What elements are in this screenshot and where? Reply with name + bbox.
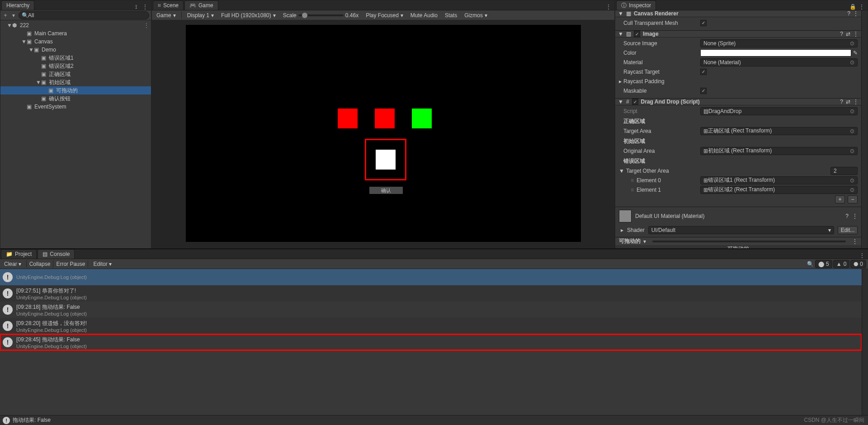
hierarchy-search-input[interactable]: 🔍 All bbox=[19, 11, 149, 19]
panel-menu-icon[interactable]: ⋮ bbox=[852, 238, 858, 245]
fold-icon[interactable]: ▸ bbox=[619, 78, 622, 85]
error-area-2[interactable] bbox=[375, 109, 395, 128]
console-log-entry[interactable]: !UnityEngine.Debug:Log (object) bbox=[0, 269, 862, 285]
scale-slider[interactable] bbox=[298, 14, 344, 16]
edit-shader-button[interactable]: Edit... bbox=[838, 226, 858, 234]
panel-menu-icon[interactable]: ⋮ bbox=[605, 4, 612, 10]
error-count-toggle[interactable]: ⬣0 bbox=[850, 260, 866, 268]
console-log-entry[interactable]: ![09:28:45] 拖动结果: FalseUnityEngine.Debug… bbox=[0, 334, 862, 350]
gizmos-dropdown[interactable]: Gizmos▾ bbox=[462, 12, 490, 19]
panel-menu-icon[interactable]: ⋮ bbox=[859, 252, 865, 259]
image-enabled-checkbox[interactable]: ✓ bbox=[634, 31, 640, 37]
help-icon[interactable]: ? bbox=[840, 31, 843, 37]
dropdown-icon[interactable]: ▾ bbox=[10, 12, 17, 19]
element0-field[interactable]: ⊞错误区域1 (Rect Transform)⊙ bbox=[700, 176, 858, 184]
panel-menu-icon[interactable]: ⋮ bbox=[859, 4, 865, 10]
warn-count-toggle[interactable]: ▲0 bbox=[833, 260, 850, 268]
preset-icon[interactable]: ⇄ bbox=[846, 31, 850, 37]
help-icon[interactable]: ? bbox=[840, 99, 843, 105]
cull-checkbox[interactable]: ✓ bbox=[700, 20, 707, 26]
error-area-1[interactable] bbox=[338, 109, 358, 128]
drag-handle-icon[interactable]: ≡ bbox=[631, 177, 634, 184]
scene-row[interactable]: ▼ ⬢ 222 ⋮ bbox=[0, 21, 151, 29]
scene-menu-icon[interactable]: ⋮ bbox=[144, 22, 149, 28]
node-err2[interactable]: ▣错误区域2 bbox=[0, 62, 151, 70]
editor-dropdown[interactable]: Editor▾ bbox=[91, 261, 113, 267]
tab-game[interactable]: 🎮Game bbox=[184, 0, 218, 10]
node-demo[interactable]: ▼▣Demo bbox=[0, 46, 151, 54]
node-draggable[interactable]: ▣可拖动的 bbox=[0, 86, 151, 94]
display-dropdown[interactable]: Display 1▾ bbox=[184, 12, 217, 19]
remove-element-button[interactable]: − bbox=[848, 195, 858, 203]
color-field[interactable] bbox=[700, 49, 851, 57]
fold-icon[interactable]: ▼ bbox=[619, 168, 624, 174]
add-element-button[interactable]: + bbox=[835, 195, 845, 203]
shader-dropdown[interactable]: UI/Default▾ bbox=[648, 226, 834, 234]
target-area-field[interactable]: ⊞正确区域 (Rect Transform)⊙ bbox=[700, 127, 858, 135]
maskable-checkbox[interactable]: ✓ bbox=[700, 88, 707, 94]
material-header[interactable]: Default UI Material (Material) ? ⋮ bbox=[615, 207, 861, 225]
draggable-item[interactable] bbox=[376, 150, 396, 170]
node-main-camera[interactable]: ▣Main Camera bbox=[0, 29, 151, 38]
drag-handle-icon[interactable]: ≡ bbox=[631, 187, 634, 193]
object-picker-icon[interactable]: ⊙ bbox=[850, 128, 854, 134]
object-picker-icon[interactable]: ⊙ bbox=[850, 59, 854, 66]
panel-menu-icon[interactable]: ⋮ bbox=[142, 4, 148, 10]
image-header[interactable]: ▼ ▨ ✓ Image ? ⇄ ⋮ bbox=[615, 30, 861, 38]
preview-slider[interactable] bbox=[652, 241, 846, 242]
game-mode-dropdown[interactable]: Game▾ bbox=[154, 12, 179, 19]
search-icon[interactable]: 🔍 bbox=[807, 261, 813, 267]
info-count-toggle[interactable]: ⬤5 bbox=[815, 260, 832, 268]
object-picker-icon[interactable]: ⊙ bbox=[850, 187, 854, 193]
correct-area[interactable] bbox=[412, 109, 432, 128]
element1-field[interactable]: ⊞错误区域2 (Rect Transform)⊙ bbox=[700, 186, 858, 194]
menu-icon[interactable]: ⋮ bbox=[852, 213, 858, 219]
canvas-renderer-header[interactable]: ▼ ▦ Canvas Renderer ? ⋮ bbox=[615, 10, 861, 17]
console-log-entry[interactable]: ![09:27:51] 恭喜你答对了!UnityEngine.Debug:Log… bbox=[0, 285, 862, 302]
fold-icon[interactable]: ▼ bbox=[618, 99, 623, 105]
console-scrollbar[interactable] bbox=[862, 269, 868, 425]
mute-audio-toggle[interactable]: Mute Audio bbox=[408, 12, 440, 19]
confirm-button[interactable]: 确认 bbox=[369, 187, 403, 194]
fold-icon[interactable]: ▼ bbox=[618, 31, 623, 37]
preset-icon[interactable]: ⇄ bbox=[846, 99, 850, 105]
material-field[interactable]: None (Material)⊙ bbox=[700, 58, 858, 66]
asset-label-bar[interactable]: 可拖动的 ▾ ⋮ bbox=[615, 237, 861, 245]
object-picker-icon[interactable]: ⊙ bbox=[850, 40, 854, 47]
fold-icon[interactable]: ▼ bbox=[36, 79, 41, 85]
raycast-checkbox[interactable]: ✓ bbox=[700, 69, 707, 75]
object-picker-icon[interactable]: ⊙ bbox=[850, 177, 854, 184]
array-size-field[interactable]: 2 bbox=[830, 167, 858, 175]
node-initial[interactable]: ▼▣初始区域 bbox=[0, 78, 151, 86]
source-image-field[interactable]: None (Sprite)⊙ bbox=[700, 39, 858, 47]
dnd-enabled-checkbox[interactable]: ✓ bbox=[632, 99, 638, 105]
node-canvas[interactable]: ▼▣Canvas bbox=[0, 38, 151, 46]
original-area-field[interactable]: ⊞初始区域 (Rect Transform)⊙ bbox=[700, 147, 858, 155]
node-correct[interactable]: ▣正确区域 bbox=[0, 70, 151, 78]
stats-toggle[interactable]: Stats bbox=[442, 12, 460, 19]
menu-icon[interactable]: ⋮ bbox=[853, 10, 859, 17]
collapse-toggle[interactable]: Collapse bbox=[29, 261, 51, 267]
fold-icon[interactable]: ▼ bbox=[28, 47, 34, 53]
fold-icon[interactable]: ▼ bbox=[618, 10, 623, 17]
drag-drop-header[interactable]: ▼ # ✓ Drag And Drop (Script) ? ⇄ ⋮ bbox=[615, 98, 861, 105]
console-log-entry[interactable]: ![09:28:18] 拖动结果: FalseUnityEngine.Debug… bbox=[0, 302, 862, 318]
fold-icon[interactable]: ▸ bbox=[621, 227, 623, 233]
node-err1[interactable]: ▣错误区域1 bbox=[0, 54, 151, 62]
error-pause-toggle[interactable]: Error Pause bbox=[56, 261, 85, 267]
tab-project[interactable]: 📁Project bbox=[1, 249, 37, 259]
menu-icon[interactable]: ⋮ bbox=[853, 99, 859, 105]
tab-console[interactable]: ▤Console bbox=[38, 249, 75, 259]
fold-icon[interactable]: ▼ bbox=[7, 22, 12, 28]
resolution-dropdown[interactable]: Full HD (1920x1080)▾ bbox=[218, 12, 278, 19]
menu-icon[interactable]: ⋮ bbox=[853, 31, 859, 37]
plus-icon[interactable]: + bbox=[2, 12, 9, 19]
lock-icon[interactable]: 🔒 bbox=[849, 4, 856, 10]
eyedropper-icon[interactable]: ✎ bbox=[853, 50, 858, 56]
console-log-entry[interactable]: ![09:28:20] 很遗憾，没有答对!UnityEngine.Debug:L… bbox=[0, 318, 862, 334]
play-dropdown[interactable]: Play Focused▾ bbox=[363, 12, 406, 19]
tab-scene[interactable]: ⌗Scene bbox=[153, 0, 184, 10]
help-icon[interactable]: ? bbox=[845, 213, 849, 219]
fold-icon[interactable]: ▼ bbox=[21, 38, 27, 45]
node-eventsystem[interactable]: ▣EventSystem bbox=[0, 103, 151, 111]
